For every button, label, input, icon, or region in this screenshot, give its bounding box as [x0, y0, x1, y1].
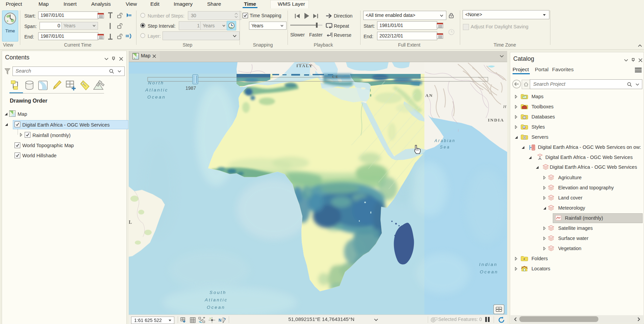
svg-text:North: North — [148, 80, 164, 85]
svg-text:Arabian: Arabian — [434, 138, 455, 143]
svg-text:Ocean: Ocean — [480, 269, 498, 274]
svg-text:Ocean: Ocean — [207, 305, 225, 310]
svg-text:H: H — [503, 104, 506, 109]
svg-text:ITALY: ITALY — [296, 63, 313, 68]
svg-text:Ocean: Ocean — [147, 94, 166, 100]
svg-text:South: South — [209, 290, 226, 295]
svg-text:CE: CE — [332, 75, 339, 79]
svg-text:Indian: Indian — [479, 262, 498, 267]
svg-text:Sea: Sea — [440, 145, 450, 150]
svg-text:AN: AN — [425, 93, 433, 98]
svg-text:Atlantic: Atlantic — [145, 87, 168, 92]
svg-text:N: N — [219, 318, 222, 323]
svg-text:INDIA: INDIA — [488, 117, 504, 123]
svg-text:1987: 1987 — [185, 85, 196, 91]
svg-text:Atlantic: Atlantic — [204, 297, 228, 302]
svg-text:L: L — [129, 220, 132, 225]
